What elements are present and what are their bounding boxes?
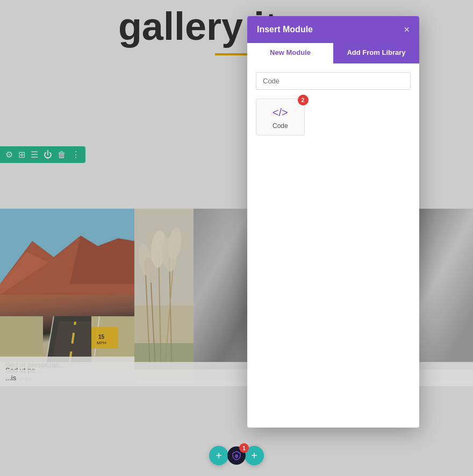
modal-close-button[interactable]: × — [404, 25, 410, 34]
insert-module-modal: Insert Module × New Module Add From Libr… — [247, 16, 419, 428]
bottom-action-buttons: + 1 + — [209, 446, 264, 465]
modal-overlay[interactable]: Insert Module × New Module Add From Libr… — [0, 0, 473, 476]
modal-body: </> Code 2 — [247, 63, 419, 144]
modal-header: Insert Module × — [247, 16, 419, 43]
module-badge-code: 2 — [298, 95, 309, 105]
tab-add-from-library[interactable]: Add From Library — [333, 43, 419, 63]
modal-tabs: New Module Add From Library — [247, 43, 419, 63]
modules-grid: </> Code 2 — [256, 98, 411, 136]
divi-logo-button[interactable]: 1 — [227, 446, 246, 465]
add-row-left-button[interactable]: + — [209, 446, 228, 465]
module-label-code: Code — [273, 122, 288, 130]
tab-new-module[interactable]: New Module — [247, 43, 333, 63]
module-item-code[interactable]: </> Code 2 — [256, 98, 305, 136]
module-search-input[interactable] — [256, 72, 411, 90]
modal-title: Insert Module — [257, 25, 313, 34]
divi-badge: 1 — [239, 443, 249, 453]
code-icon: </> — [273, 106, 288, 119]
